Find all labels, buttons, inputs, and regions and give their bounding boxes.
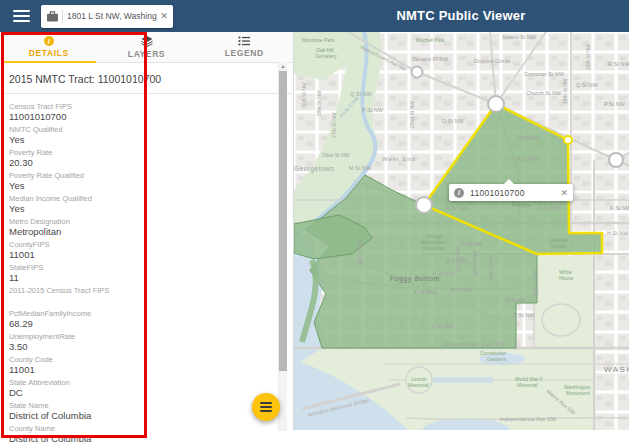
map-label: M St NW [349, 165, 372, 171]
field-value: 3.50 [9, 341, 279, 353]
washington-circle [416, 197, 432, 213]
detail-fields: Census Tract FIPS11001010700NMTC Qualifi… [9, 102, 279, 445]
divider [0, 93, 293, 94]
field-label: StateFIPS [9, 263, 279, 272]
map-label: Gardens [487, 356, 507, 362]
map-label: 30th St NW [301, 82, 307, 108]
field-label: County Name [9, 424, 279, 433]
search-divider [62, 10, 63, 23]
map-label: H St NW [461, 241, 483, 247]
map-label: K St NW [610, 205, 629, 211]
map-label: Independence Ave SW [500, 416, 557, 422]
sheridan-circle [412, 67, 423, 78]
field-label: Metro Designation [9, 217, 279, 226]
map-label: D St NW [513, 312, 535, 318]
tab-legend-label: LEGEND [225, 48, 264, 58]
map-label: N St NW [518, 135, 540, 141]
scott-circle [609, 153, 623, 167]
map-label: K St NW [446, 205, 468, 211]
tract-header: 2015 NMTC Tract: 11001010700 [9, 69, 279, 93]
top-app-bar: ✕ NMTC Public Viewer [0, 0, 629, 32]
tab-details-label: DETAILS [29, 48, 69, 58]
popup-info-icon: i [454, 188, 464, 198]
field-label: State Abbreviation [9, 378, 279, 387]
detail-field: 2011-2015 Census Tract FIPS [9, 286, 279, 307]
map-label: O St NW [442, 118, 465, 124]
map-label: F St NW [433, 270, 455, 276]
field-label: 2011-2015 Census Tract FIPS [9, 286, 279, 295]
basemap: Montrose ParkOak HillCemeteryMitchell Pa… [294, 32, 629, 430]
detail-field: Poverty Rate20.30 [9, 148, 279, 169]
panel-tabbar: i DETAILS LAYERS [0, 32, 293, 63]
scrollbar-thumb[interactable] [279, 71, 287, 371]
tab-legend[interactable]: LEGEND [195, 32, 293, 62]
detail-field: Median Income QualifiedYes [9, 194, 279, 215]
map-canvas[interactable]: Montrose ParkOak HillCemeteryMitchell Pa… [293, 32, 629, 430]
map-label: Constitution Ave NW [442, 341, 506, 347]
details-panel: i DETAILS LAYERS [0, 32, 293, 447]
detail-field: Metro DesignationMetropolitan [9, 217, 279, 238]
field-label: Poverty Rate [9, 148, 279, 157]
field-label: NMTC Qualified [9, 125, 279, 134]
detail-field: County NameDistrict of Columbia [9, 424, 279, 445]
field-value: 20.30 [9, 157, 279, 169]
field-label: CountyFIPS [9, 240, 279, 249]
map-label: 29th St NW [316, 90, 322, 116]
field-value: 11001 [9, 364, 279, 376]
map-label: Church St NW [526, 90, 562, 96]
detail-field: CountyFIPS11001 [9, 240, 279, 261]
map-label: University [423, 245, 445, 251]
map-label: 16th St NW [562, 78, 568, 104]
details-content: 2015 NMTC Tract: 11001010700 Census Trac… [0, 63, 293, 445]
field-value: DC [9, 387, 279, 399]
tract-vertex-circle [564, 136, 572, 144]
basemap-menu-fab[interactable] [252, 393, 280, 421]
map-label: 15th St NW [585, 44, 591, 70]
tab-details[interactable]: i DETAILS [0, 32, 98, 62]
map-label: 19th St NW [488, 254, 494, 280]
map-label: M St NW [516, 156, 539, 162]
map-label: House [559, 275, 574, 281]
field-value: 68.29 [9, 318, 279, 330]
search-clear-icon[interactable]: ✕ [160, 11, 168, 21]
map-label: Dupont Circle [474, 58, 511, 64]
menu-hamburger-icon[interactable] [13, 10, 30, 22]
popup-close-icon[interactable]: ✕ [560, 188, 568, 198]
search-locator-icon [46, 11, 59, 22]
field-value: District of Columbia [9, 433, 279, 445]
map-label: Q St NW [576, 82, 599, 88]
map-label: 21st St NW [455, 246, 461, 272]
field-value: District of Columbia [9, 410, 279, 422]
map-label: Triangle [511, 202, 531, 208]
map-label: Memorial [517, 382, 538, 388]
map-label: P St NW [362, 107, 384, 113]
map-label: E St NW [451, 287, 473, 293]
field-label: State Name [9, 401, 279, 410]
map-label: Swann St NW [502, 34, 537, 40]
map-label: 20th St NW [472, 250, 478, 276]
detail-field: StateFIPS11 [9, 263, 279, 284]
dupont-circle [488, 96, 504, 112]
info-icon: i [44, 36, 54, 46]
map-label: P St NW [604, 101, 626, 107]
field-label: Median Income Qualified [9, 194, 279, 203]
map-label: Corcoran St NW [524, 71, 565, 77]
search-box[interactable]: ✕ [41, 5, 173, 28]
legend-icon [238, 36, 250, 46]
panel-scrollbar[interactable]: ▲ [278, 62, 287, 431]
tab-layers-label: LAYERS [128, 49, 165, 59]
field-value: Yes [9, 180, 279, 192]
tab-layers[interactable]: LAYERS [98, 32, 196, 62]
map-label: K St NW [539, 205, 561, 211]
map-label: Georgetown [294, 165, 334, 173]
detail-field: UnemploymentRate3.50 [9, 332, 279, 353]
field-value: 11 [9, 272, 279, 284]
map-label: Decatur Pl NW [412, 56, 449, 62]
scrollbar-up-icon[interactable]: ▲ [279, 62, 287, 70]
map-label: 27th St NW [331, 112, 337, 138]
search-input[interactable] [67, 11, 158, 21]
field-value: 11001 [9, 249, 279, 261]
map-label: H St NW [607, 230, 629, 236]
field-label: Census Tract FIPS [9, 102, 279, 111]
map-label: 17th St NW [533, 270, 539, 296]
